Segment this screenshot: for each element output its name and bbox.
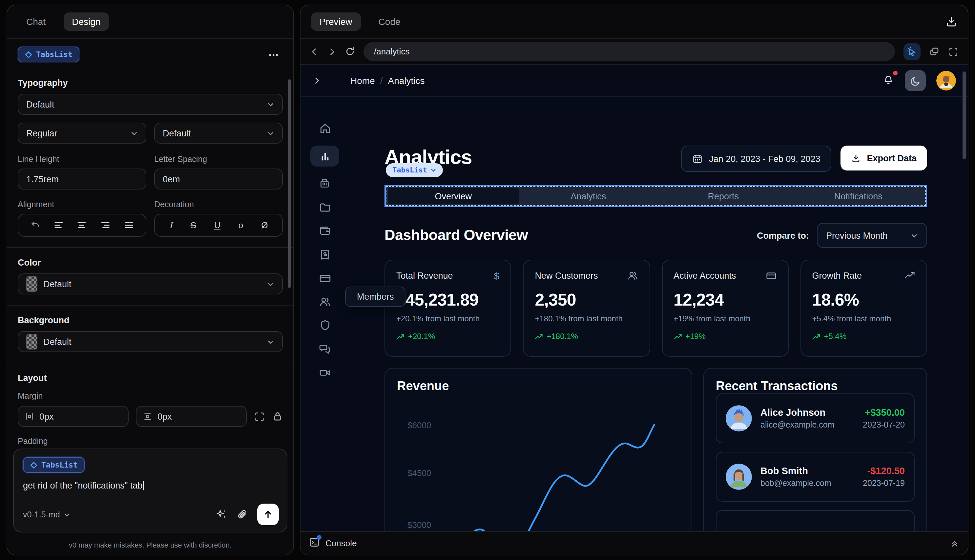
divider: [7, 363, 293, 363]
stat-trend-value: +20.1%: [408, 332, 435, 341]
cursor-sparkle-icon: [907, 46, 917, 57]
text-caret: [143, 481, 144, 490]
background-select[interactable]: Default: [18, 331, 283, 352]
tab-overview[interactable]: Overview: [388, 188, 519, 204]
model-selector[interactable]: v0-1.5-md: [23, 510, 70, 519]
font-select[interactable]: Default: [18, 94, 283, 115]
home-icon: [319, 122, 331, 135]
nav-messages[interactable]: [311, 342, 339, 355]
forward-icon[interactable]: [327, 47, 337, 56]
tab-chat[interactable]: Chat: [18, 12, 54, 31]
panel-scrollbar[interactable]: [288, 79, 290, 288]
design-panel: Chat Design TabsList ⋯ Typography Defaul…: [7, 5, 294, 555]
nav-home[interactable]: [311, 122, 339, 135]
transparent-swatch-icon: [26, 334, 37, 350]
nav-video[interactable]: [311, 366, 339, 379]
export-data-button[interactable]: Export Data: [840, 145, 927, 170]
transaction-amount: -$120.50: [863, 465, 905, 476]
console-bar[interactable]: Console: [301, 531, 968, 555]
transaction-name: Alice Johnson: [760, 407, 854, 418]
align-justify-icon[interactable]: [124, 220, 134, 230]
nav-analytics[interactable]: [311, 145, 339, 167]
underline-icon[interactable]: U: [214, 220, 220, 230]
nav-members[interactable]: [311, 295, 339, 308]
send-button[interactable]: [257, 503, 279, 525]
theme-toggle-button[interactable]: [905, 70, 926, 91]
tab-design[interactable]: Design: [63, 12, 109, 31]
strikethrough-icon[interactable]: S: [190, 220, 196, 230]
section-title: Dashboard Overview: [384, 227, 528, 244]
nav-billing[interactable]: [311, 248, 339, 261]
nav-invoices[interactable]: [311, 177, 339, 190]
date-range-value: Jan 20, 2023 - Feb 09, 2023: [709, 154, 820, 163]
divider: [7, 247, 293, 248]
revenue-line-chart: $6000 $4500 $3000: [385, 368, 693, 531]
nav-wallet[interactable]: [311, 224, 339, 237]
margin-label: Margin: [18, 392, 283, 401]
chevrons-up-icon[interactable]: [950, 539, 959, 548]
stat-value: 2,350: [535, 290, 638, 310]
align-left-icon[interactable]: [54, 220, 63, 230]
transaction-row[interactable]: Bob Smith bob@example.com -$120.50 2023-…: [716, 452, 915, 502]
align-center-icon[interactable]: [77, 220, 87, 230]
fullscreen-icon[interactable]: [948, 46, 958, 57]
transaction-email: alice@example.com: [760, 420, 854, 430]
tab-notifications[interactable]: Notifications: [793, 188, 924, 204]
tab-code[interactable]: Code: [370, 12, 409, 31]
sparkles-icon[interactable]: [216, 509, 227, 520]
back-icon[interactable]: [310, 47, 319, 56]
nav-cards[interactable]: [311, 272, 339, 285]
chat-composer[interactable]: TabsList get rid of the "notifications" …: [13, 448, 287, 532]
refresh-icon[interactable]: [345, 47, 355, 57]
undo-icon[interactable]: [30, 220, 40, 230]
more-options-icon[interactable]: ⋯: [266, 48, 283, 61]
font-weight-select[interactable]: Regular: [18, 123, 146, 143]
composer-component-chip[interactable]: TabsList: [23, 457, 85, 473]
stat-card-growth-rate: Growth Rate 18.6% +5.4% from last month …: [800, 260, 927, 357]
margin-x-input[interactable]: 0px: [18, 406, 129, 427]
export-label: Export Data: [867, 153, 917, 163]
download-icon[interactable]: [945, 16, 957, 28]
dollar-icon: $: [494, 270, 500, 281]
lock-icon[interactable]: [272, 411, 283, 422]
notifications-button[interactable]: [883, 73, 894, 88]
transaction-row[interactable]: Alice Johnson alice@example.com +$350.00…: [716, 393, 915, 443]
stat-title: Active Accounts: [673, 271, 736, 281]
folder-icon: [319, 201, 331, 213]
stat-title: Total Revenue: [396, 271, 453, 281]
margin-y-input[interactable]: 0px: [136, 406, 247, 427]
nav-security[interactable]: [311, 319, 339, 332]
tab-reports[interactable]: Reports: [658, 188, 789, 204]
url-bar[interactable]: /analytics: [364, 42, 895, 61]
color-select[interactable]: Default: [18, 273, 283, 295]
composer-input[interactable]: get rid of the "notifications" tab: [23, 481, 277, 490]
slashed-zero-icon[interactable]: Ø: [261, 220, 268, 230]
inspect-cursor-button[interactable]: [903, 43, 920, 60]
copy-icon[interactable]: [929, 46, 940, 57]
compare-select[interactable]: Previous Month: [817, 223, 927, 248]
italic-icon[interactable]: I: [169, 220, 172, 230]
transactions-title: Recent Transactions: [716, 379, 915, 393]
chevron-down-icon: [911, 232, 918, 239]
align-right-icon[interactable]: [100, 220, 110, 230]
trend-up-icon: [535, 332, 544, 341]
selected-component-chip[interactable]: TabsList: [18, 47, 80, 62]
date-range-button[interactable]: Jan 20, 2023 - Feb 09, 2023: [681, 145, 831, 172]
line-height-input[interactable]: 1.75rem: [18, 168, 146, 190]
background-section-label: Background: [18, 315, 283, 325]
overline-icon[interactable]: o: [239, 220, 243, 230]
selection-label-chip[interactable]: TabsList: [386, 163, 443, 177]
paperclip-icon[interactable]: [237, 509, 247, 520]
nav-files[interactable]: [311, 201, 339, 214]
tab-analytics[interactable]: Analytics: [523, 188, 654, 204]
expand-corners-icon[interactable]: [254, 411, 265, 422]
bell-icon: [883, 73, 894, 85]
sidebar-expand-icon[interactable]: [312, 76, 322, 85]
font-size-select[interactable]: Default: [154, 123, 283, 143]
tab-preview[interactable]: Preview: [311, 12, 361, 31]
preview-scrollbar[interactable]: [963, 72, 966, 159]
composer-chip-label: TabsList: [41, 460, 78, 470]
breadcrumb-home[interactable]: Home: [351, 75, 375, 86]
letter-spacing-input[interactable]: 0em: [154, 168, 283, 190]
user-avatar[interactable]: [936, 71, 956, 90]
